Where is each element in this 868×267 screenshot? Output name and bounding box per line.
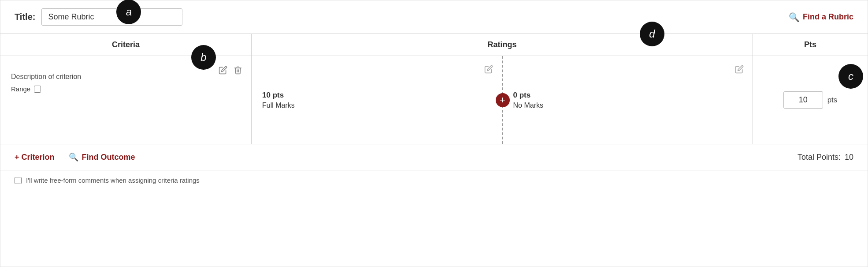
edit-no-marks-icon — [735, 65, 744, 74]
edit-full-marks-button[interactable] — [483, 64, 494, 77]
rubric-editor: Title: a 🔍 Find a Rubric Criteria Rating… — [0, 0, 868, 267]
find-rubric-button[interactable]: 🔍 Find a Rubric — [789, 12, 853, 23]
footer-row: + Criterion 🔍 Find Outcome Total Points:… — [0, 144, 868, 170]
hint-checkbox[interactable] — [15, 177, 22, 184]
edit-criterion-button[interactable] — [218, 65, 228, 78]
add-criterion-label: + Criterion — [15, 153, 55, 162]
pts-input[interactable] — [783, 91, 823, 109]
annotation-c: c — [838, 64, 863, 89]
total-points-label: Total Points: — [798, 153, 841, 162]
total-points-value: 10 — [845, 153, 853, 162]
no-marks-name: No Marks — [513, 102, 742, 109]
add-criterion-button[interactable]: + Criterion — [15, 153, 55, 162]
trash-icon — [234, 66, 242, 75]
find-outcome-button[interactable]: 🔍 Find Outcome — [69, 152, 135, 162]
edit-no-marks-button[interactable] — [734, 64, 745, 77]
title-left: Title: a — [15, 8, 182, 26]
rating-item-no-marks: 0 pts No Marks — [503, 56, 753, 144]
add-rating-button[interactable]: + — [496, 93, 510, 107]
footer-left: + Criterion 🔍 Find Outcome — [15, 152, 135, 162]
title-row: Title: a 🔍 Find a Rubric — [0, 0, 868, 34]
pts-label: pts — [827, 96, 838, 105]
ratings-header: Ratings d — [252, 34, 753, 56]
hint-row: I'll write free-form comments when assig… — [0, 170, 868, 190]
find-outcome-label: Find Outcome — [82, 153, 135, 162]
pts-cell: c pts — [753, 56, 868, 144]
rating-item-full-marks: 10 pts Full Marks — [252, 56, 502, 144]
title-input[interactable] — [41, 8, 182, 26]
pts-header: Pts — [753, 34, 868, 56]
criteria-header: Criteria — [0, 34, 252, 56]
content-row: b Descr — [0, 56, 868, 144]
ratings-cell: 10 pts Full Marks + 0 pts No Marks — [252, 56, 753, 144]
total-points: Total Points: 10 — [798, 153, 853, 162]
range-label: Range — [11, 85, 30, 93]
no-marks-points: 0 pts — [513, 91, 742, 100]
range-checkbox[interactable] — [34, 86, 41, 93]
edit-full-marks-icon — [484, 65, 493, 74]
criteria-range: Range — [11, 85, 241, 93]
delete-criterion-button[interactable] — [233, 65, 243, 78]
find-outcome-search-icon: 🔍 — [69, 152, 78, 162]
find-rubric-label: Find a Rubric — [803, 12, 853, 22]
criteria-description: Description of criterion — [11, 73, 241, 81]
criteria-cell: b Descr — [0, 56, 252, 144]
full-marks-name: Full Marks — [262, 102, 491, 109]
full-marks-points: 10 pts — [262, 91, 491, 100]
title-label: Title: — [15, 12, 35, 22]
edit-icon — [219, 66, 227, 75]
headers-row: Criteria Ratings d Pts — [0, 34, 868, 56]
criteria-actions: b — [218, 65, 243, 78]
find-rubric-search-icon: 🔍 — [789, 12, 800, 23]
hint-text: I'll write free-form comments when assig… — [26, 177, 200, 184]
